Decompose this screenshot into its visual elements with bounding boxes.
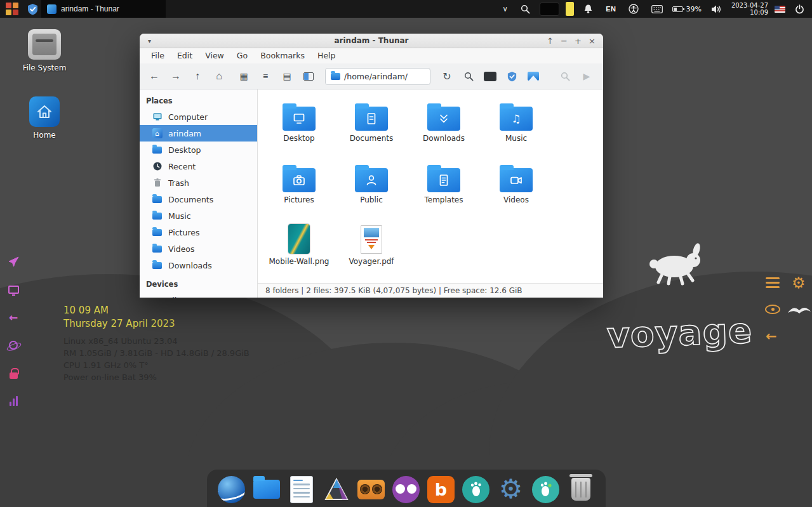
- eye-icon[interactable]: [765, 305, 780, 314]
- battery-indicator[interactable]: 39%: [672, 5, 701, 13]
- minimize-button[interactable]: −: [560, 37, 568, 45]
- terminal-button[interactable]: [481, 67, 500, 86]
- menu-file[interactable]: File: [145, 48, 171, 63]
- gear-icon[interactable]: ⚙: [792, 274, 806, 292]
- stats-bars-icon[interactable]: [6, 395, 20, 407]
- file-item-pictures[interactable]: Pictures: [263, 159, 335, 218]
- planet-icon[interactable]: [6, 339, 20, 352]
- wallpaper-button[interactable]: [524, 67, 543, 86]
- dock-media-player[interactable]: [392, 475, 421, 504]
- menu-bookmarks[interactable]: Bookmarks: [254, 48, 311, 63]
- dock-graphics-app[interactable]: [322, 475, 351, 504]
- app-grid-icon: [6, 3, 18, 15]
- us-flag-icon[interactable]: [775, 6, 785, 13]
- sidebar-item-pictures[interactable]: Pictures: [140, 224, 257, 240]
- sidebar-item-trash[interactable]: Trash: [140, 174, 257, 191]
- icon-view-button[interactable]: ▦: [234, 67, 253, 86]
- sidebar-item-downloads[interactable]: Downloads: [140, 257, 257, 273]
- split-view-button[interactable]: [299, 67, 318, 86]
- menu-view[interactable]: View: [199, 48, 230, 63]
- search-icon[interactable]: [517, 0, 533, 18]
- volume-icon[interactable]: [708, 0, 725, 18]
- play-disabled-button[interactable]: ▶: [577, 67, 596, 86]
- forward-button[interactable]: →: [166, 67, 185, 86]
- dock-b-app[interactable]: b: [427, 475, 456, 504]
- window-list-button[interactable]: arindam - Thunar: [41, 0, 166, 18]
- back-button[interactable]: ←: [145, 67, 164, 86]
- up-button[interactable]: ↑: [188, 67, 207, 86]
- panel-date: 2023-04-27: [731, 2, 768, 9]
- dock-text-editor[interactable]: [287, 475, 316, 504]
- keyboard-icon[interactable]: [648, 0, 666, 18]
- titlebar[interactable]: ▾ arindam - Thunar ↑ − + ×: [140, 34, 603, 48]
- file-item-voyager-pdf[interactable]: Voyager.pdf: [335, 221, 408, 279]
- accessibility-icon[interactable]: [625, 0, 642, 18]
- panel-right: ∨ EN 39% 2023-04-27: [499, 0, 812, 18]
- desktop-icon-filesystem[interactable]: File System: [17, 29, 72, 72]
- compact-view-button[interactable]: ▤: [277, 67, 296, 86]
- dock-gnome-app[interactable]: [531, 475, 561, 504]
- search-button[interactable]: [459, 67, 478, 86]
- search-disabled-button[interactable]: [556, 67, 575, 86]
- window-controls: ↑ − + ×: [546, 37, 603, 45]
- home-button[interactable]: ⌂: [210, 67, 229, 86]
- list-view-button[interactable]: ≡: [256, 67, 275, 86]
- file-item-templates[interactable]: Templates: [408, 159, 480, 218]
- keyboard-layout-indicator[interactable]: EN: [602, 0, 619, 18]
- shield-button[interactable]: [502, 67, 521, 86]
- terminal-icon: [484, 72, 496, 81]
- panel-left: arindam - Thunar: [0, 0, 166, 18]
- shield-menu-icon[interactable]: [24, 0, 41, 18]
- sidebar-item-computer[interactable]: Computer: [140, 109, 257, 125]
- file-item-documents[interactable]: Documents: [335, 98, 408, 156]
- dock-file-manager[interactable]: [252, 475, 281, 504]
- app-grid-menu-icon[interactable]: [0, 0, 24, 18]
- menu-edit[interactable]: Edit: [171, 48, 199, 63]
- cpu-bar-widget[interactable]: [566, 2, 574, 16]
- close-button[interactable]: ×: [588, 37, 596, 45]
- lock-icon[interactable]: [6, 367, 20, 379]
- plane-icon[interactable]: [6, 255, 20, 268]
- menu-help[interactable]: Help: [311, 48, 342, 63]
- chevron-down-icon[interactable]: ∨: [499, 0, 511, 18]
- file-item-music[interactable]: ♫ Music: [480, 98, 552, 156]
- file-item-downloads[interactable]: Downloads: [408, 98, 480, 156]
- sidebar-item-arindam[interactable]: ⌂ arindam: [140, 125, 257, 142]
- path-bar[interactable]: /home/arindam/: [325, 68, 430, 85]
- sidebar-item-desktop[interactable]: Desktop: [140, 142, 257, 158]
- text-editor-icon: [290, 476, 313, 503]
- home-icon: [29, 96, 60, 127]
- status-bar: 8 folders | 2 files: 397.5 KiB (4,07,075…: [258, 283, 603, 298]
- menu-go[interactable]: Go: [230, 48, 254, 63]
- shade-button[interactable]: ↑: [546, 37, 554, 45]
- display-icon[interactable]: [6, 283, 20, 296]
- monitor-widget[interactable]: [540, 3, 559, 16]
- sidebar-item-documents[interactable]: Documents: [140, 191, 257, 207]
- arrow-back-icon[interactable]: ←: [766, 329, 777, 344]
- sidebar-item-music[interactable]: Music: [140, 207, 257, 224]
- clock[interactable]: 2023-04-27 10:09: [731, 2, 768, 16]
- dock-music-app[interactable]: [357, 475, 386, 504]
- arrow-left-icon[interactable]: ←: [6, 311, 20, 324]
- dock-settings[interactable]: ⚙: [496, 475, 526, 504]
- dock-trash[interactable]: [566, 475, 596, 504]
- file-item-mobile-wall[interactable]: Mobile-Wall.png: [263, 221, 335, 279]
- sidebar-item-videos[interactable]: Videos: [140, 240, 257, 257]
- dock-software-app[interactable]: [462, 475, 491, 504]
- maximize-button[interactable]: +: [574, 37, 582, 45]
- sidebar-item-recent[interactable]: Recent: [140, 158, 257, 174]
- hamburger-menu-icon[interactable]: [766, 277, 780, 288]
- sidebar-item-filesystem[interactable]: File System: [140, 292, 257, 298]
- trash-icon: [571, 478, 590, 501]
- reload-button[interactable]: ↻: [437, 67, 456, 86]
- desktop-icon-home[interactable]: Home: [17, 96, 72, 140]
- folder-icon: [331, 73, 340, 80]
- notification-bell-icon[interactable]: [580, 0, 596, 18]
- file-item-public[interactable]: Public: [335, 159, 408, 218]
- power-icon[interactable]: [792, 0, 808, 18]
- file-item-desktop[interactable]: Desktop: [263, 98, 335, 156]
- file-item-videos[interactable]: Videos: [480, 159, 552, 218]
- conky-cpu: CPU 1.91 GHz 0% T°: [63, 359, 250, 371]
- footprint-icon: [462, 476, 489, 503]
- dock-browser[interactable]: [217, 475, 246, 504]
